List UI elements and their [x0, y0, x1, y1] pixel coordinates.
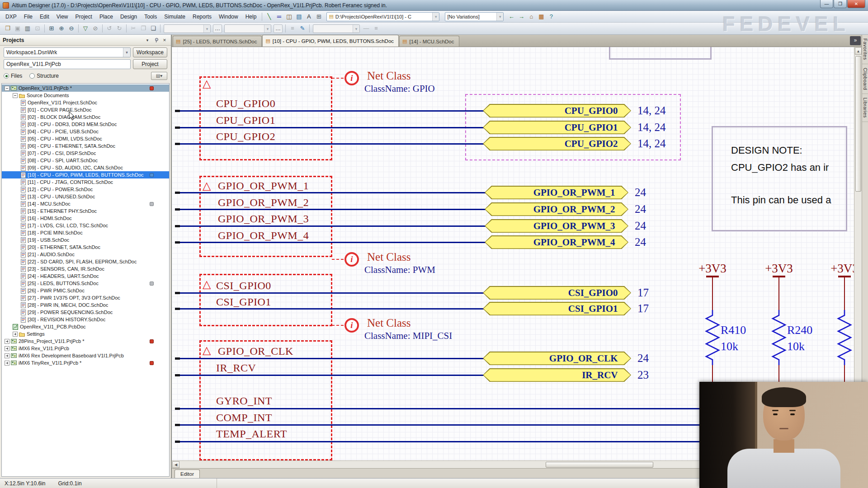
port-csi_gpio1[interactable]: CSI_GPIO1 — [483, 302, 631, 315]
net-label[interactable]: CSI_GPIO0 — [216, 280, 271, 292]
tree-item[interactable]: [03] - CPU - DDR3, DDR3 MEM.SchDoc — [2, 121, 169, 128]
align-icon[interactable]: ≡ — [288, 24, 297, 33]
open-document-icon[interactable]: ❒ — [3, 24, 12, 33]
schematic-wire[interactable] — [175, 308, 485, 310]
net-label[interactable]: GPIO_OR_PWM_1 — [218, 180, 309, 192]
net-label[interactable]: GPIO_OR_PWM_4 — [218, 230, 309, 242]
tree-item[interactable]: [02] - BLOCK DIAGRAM.SchDoc — [2, 113, 169, 121]
minimize-button[interactable]: — — [820, 0, 833, 8]
parameter-set-icon[interactable]: △ — [203, 79, 211, 89]
schematic-wire[interactable] — [175, 225, 486, 227]
maximize-button[interactable]: ❐ — [834, 0, 847, 8]
port-cpu_gpio2[interactable]: CPU_GPIO2 — [483, 137, 631, 150]
tree-expander-icon[interactable] — [13, 332, 18, 337]
tree-item[interactable]: Source Documents — [2, 92, 169, 99]
tree-expander-icon[interactable] — [5, 346, 9, 351]
net-label[interactable]: CPU_GPIO2 — [216, 131, 275, 143]
resistor-symbol[interactable] — [703, 310, 722, 367]
place-text-icon[interactable]: A — [304, 12, 313, 21]
menu-item-view[interactable]: View — [53, 12, 72, 22]
find-combo[interactable]: ▾ — [224, 24, 271, 33]
menu-item-reports[interactable]: Reports — [189, 12, 215, 22]
panel-tab-favorites[interactable]: Favorites — [862, 35, 868, 64]
parameter-set-icon[interactable]: △ — [203, 181, 211, 191]
tree-item[interactable]: [23] - SENSORS, CAN, IR.SchDoc — [2, 265, 169, 272]
tree-item[interactable]: iMX6 TinyRex_V1I1.PrjPcb * — [2, 359, 169, 366]
panel-menu-icon[interactable]: ▾ — [144, 37, 151, 43]
tree-item[interactable]: [01] - COVER PAGE.SchDoc — [2, 106, 169, 113]
tree-item[interactable]: OpenRex_V1I1_PCB.PcbDoc — [2, 323, 169, 330]
tree-item[interactable]: OpenRex_V1I1 Project.SchDoc — [2, 99, 169, 106]
tree-item[interactable]: [26] - PWR PMIC.SchDoc — [2, 287, 169, 294]
project-combo[interactable]: OpenRex_V1I1.PrjPcb — [4, 59, 131, 69]
tab-overflow-button[interactable]: » — [850, 36, 861, 45]
menu-item-place[interactable]: Place — [96, 12, 117, 22]
menu-item-edit[interactable]: Edit — [36, 12, 53, 22]
tree-item[interactable]: [18] - PCIE MINI.SchDoc — [2, 229, 169, 236]
paste-icon[interactable]: ❏ — [149, 24, 158, 33]
tree-item[interactable]: [07] - CPU - CSI, DISP.SchDoc — [2, 150, 169, 157]
menu-item-simulate[interactable]: Simulate — [160, 12, 189, 22]
close-panel-icon[interactable]: ✕ — [161, 37, 168, 43]
tree-item[interactable]: [30] - REVISION HISTORY.SchDoc — [2, 316, 169, 323]
schematic-wire[interactable] — [175, 192, 486, 193]
port-cpu_gpio0[interactable]: CPU_GPIO0 — [483, 104, 631, 117]
net-label[interactable]: GPIO_OR_CLK — [218, 345, 293, 357]
tree-expander-icon[interactable] — [5, 339, 9, 344]
tree-expander-icon[interactable] — [13, 93, 18, 98]
menu-item-help[interactable]: Help — [242, 12, 260, 22]
menu-item-tools[interactable]: Tools — [141, 12, 160, 22]
tree-item[interactable]: [19] - USB.SchDoc — [2, 236, 169, 244]
tree-item[interactable]: [04] - CPU - PCIE, USB.SchDoc — [2, 128, 169, 135]
more-find-button[interactable]: … — [274, 24, 283, 33]
dropdown-arrow-icon[interactable]: ▾ — [432, 13, 439, 21]
place-bus-icon[interactable]: ═ — [274, 12, 283, 21]
schematic-wire[interactable] — [175, 242, 486, 243]
tree-item[interactable]: [14] - MCU.SchDoc — [2, 200, 169, 207]
zoom-out-icon[interactable]: ⊖ — [67, 24, 76, 33]
parameter-set-icon[interactable]: △ — [203, 279, 211, 289]
save-icon[interactable]: ▣ — [13, 24, 22, 33]
tree-item[interactable]: [15] - ETHERNET PHY.SchDoc — [2, 207, 169, 215]
tree-item[interactable]: [12] - CPU - POWER.SchDoc — [2, 186, 169, 193]
schematic-wire[interactable] — [175, 292, 485, 294]
tree-item[interactable]: [27] - PWR 1V375 OPT, 3V3 OPT.SchDoc — [2, 294, 169, 301]
tree-item[interactable]: [09] - CPU - SD, AUDIO, I2C, CAN.SchDoc — [2, 164, 169, 171]
net-class-directive-icon[interactable]: i — [344, 71, 359, 85]
zoom-window-icon[interactable]: ⊞ — [47, 24, 56, 33]
cut-icon[interactable]: ✂ — [129, 24, 138, 33]
line-style-icon[interactable]: — — [362, 24, 371, 33]
tree-item[interactable]: [13] - CPU - UNUSED.SchDoc — [2, 193, 169, 200]
net-class-directive-icon[interactable]: i — [344, 318, 359, 333]
panel-tab-libraries[interactable]: Libraries — [862, 94, 868, 122]
variations-combo[interactable]: [No Variations] ▾ — [445, 12, 504, 21]
net-label[interactable]: COMP_INT — [216, 412, 272, 424]
menu-item-dxp[interactable]: DXP — [2, 12, 20, 22]
schematic-wire[interactable] — [175, 110, 485, 112]
tree-item[interactable]: [05] - CPU - HDMI, LVDS.SchDoc — [2, 135, 169, 142]
workspace-button[interactable]: Workspace — [133, 47, 167, 57]
dropdown-arrow-icon[interactable]: ▾ — [496, 13, 503, 21]
grid-toggle-icon[interactable]: ⊞ — [314, 12, 323, 21]
net-label[interactable]: GPIO_OR_PWM_3 — [218, 213, 309, 225]
tree-item[interactable]: [11] - CPU - JTAG, CONTROL.SchDoc — [2, 178, 169, 186]
filter-icon[interactable]: ▽ — [81, 24, 90, 33]
redo-icon[interactable]: ↻ — [115, 24, 124, 33]
clear-filter-icon[interactable]: ⊘ — [91, 24, 100, 33]
panel-tab-clipboard[interactable]: Clipboard — [862, 64, 868, 94]
scroll-up-icon[interactable]: ▲ — [855, 47, 862, 55]
port-ir_rcv[interactable]: IR_RCV — [483, 368, 631, 382]
tree-item[interactable]: 28Pins_Project_V1I1.PrjPcb * — [2, 338, 169, 345]
tree-expander-icon[interactable] — [5, 86, 9, 91]
port-gpio_or_pwm_4[interactable]: GPIO_OR_PWM_4 — [485, 235, 628, 249]
tree-item[interactable]: [20] - ETHERNET, SATA.SchDoc — [2, 244, 169, 251]
tree-item[interactable]: [21] - AUDIO.SchDoc — [2, 251, 169, 258]
print-icon[interactable]: ▥ — [23, 24, 32, 33]
resistor-symbol[interactable] — [770, 310, 788, 367]
net-label[interactable]: CSI_GPIO1 — [216, 296, 271, 308]
place-part-icon[interactable]: ◫ — [284, 12, 293, 21]
power-port-label[interactable]: +3V3 — [698, 262, 726, 276]
help-icon[interactable]: ? — [547, 12, 556, 21]
workspace-combo[interactable]: Workspace1.DsnWrk ▾ — [4, 47, 131, 57]
tree-expander-icon[interactable] — [5, 353, 9, 358]
